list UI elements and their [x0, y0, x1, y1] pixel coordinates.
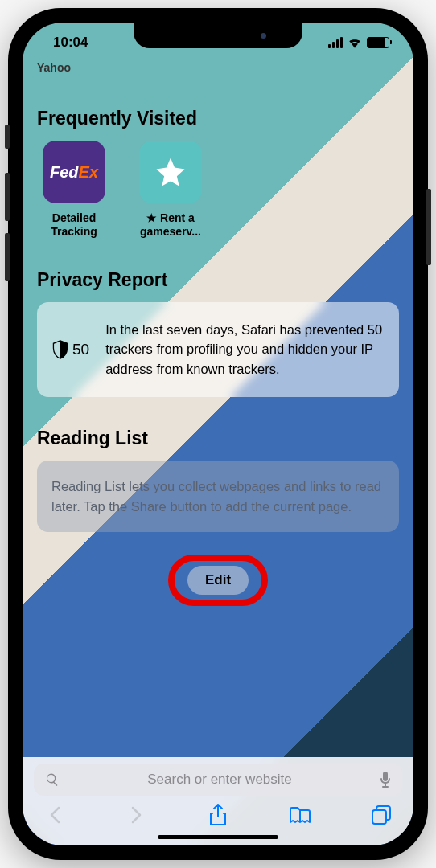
privacy-count: 50 — [51, 340, 89, 359]
volume-down-button — [5, 233, 10, 281]
reading-list-card[interactable]: Reading List lets you collect webpages a… — [37, 461, 399, 533]
search-placeholder: Search or enter website — [69, 772, 370, 788]
navigation-toolbar — [23, 796, 413, 826]
annotation-highlight — [168, 555, 268, 606]
share-button[interactable] — [207, 804, 229, 826]
forward-button — [125, 804, 148, 826]
microphone-icon[interactable] — [380, 772, 391, 788]
edit-button-container: Edit — [37, 566, 399, 595]
battery-icon — [367, 37, 389, 48]
back-button — [43, 804, 66, 826]
star-icon — [139, 141, 202, 203]
reading-list-title: Reading List — [37, 428, 399, 449]
privacy-report-title: Privacy Report — [37, 269, 399, 291]
cellular-signal-icon — [328, 37, 343, 48]
search-bar[interactable]: Search or enter website — [34, 764, 402, 796]
tabs-button[interactable] — [370, 804, 393, 826]
privacy-report-card[interactable]: 50 In the last seven days, Safari has pr… — [37, 302, 399, 397]
favorites-item-cutoff: Yahoo — [37, 63, 399, 74]
volume-up-button — [5, 173, 10, 221]
screen: 10:04 Yahoo Frequently Visited FedEx Det… — [23, 23, 413, 845]
fedex-icon: FedEx — [43, 141, 105, 203]
shield-icon — [51, 340, 69, 359]
bookmarks-button[interactable] — [289, 804, 311, 826]
frequently-visited-title: Frequently Visited — [37, 108, 399, 129]
search-icon — [45, 772, 60, 787]
wifi-icon — [348, 37, 362, 48]
reading-list-text: Reading List lets you collect webpages a… — [51, 479, 381, 514]
home-indicator[interactable] — [158, 835, 278, 839]
start-page-content[interactable]: Yahoo Frequently Visited FedEx Detailed … — [23, 63, 413, 757]
silence-switch — [5, 125, 10, 149]
power-button — [426, 189, 431, 265]
front-camera — [261, 33, 266, 39]
notch — [134, 23, 302, 48]
frequently-visited-row: FedEx Detailed Tracking ★ Rent a gameser… — [37, 141, 399, 239]
phone-frame: 10:04 Yahoo Frequently Visited FedEx Det… — [8, 8, 428, 860]
status-time: 10:04 — [47, 35, 88, 51]
svg-rect-0 — [372, 810, 386, 824]
frequently-visited-item[interactable]: ★ Rent a gameserv... — [134, 141, 208, 239]
frequently-visited-item[interactable]: FedEx Detailed Tracking — [37, 141, 111, 239]
tracker-count: 50 — [72, 341, 89, 358]
privacy-report-text: In the last seven days, Safari has preve… — [105, 320, 385, 379]
frequently-visited-label: ★ Rent a gameserv... — [134, 211, 208, 239]
frequently-visited-label: Detailed Tracking — [37, 211, 111, 239]
bottom-toolbar: Search or enter website — [23, 757, 413, 845]
